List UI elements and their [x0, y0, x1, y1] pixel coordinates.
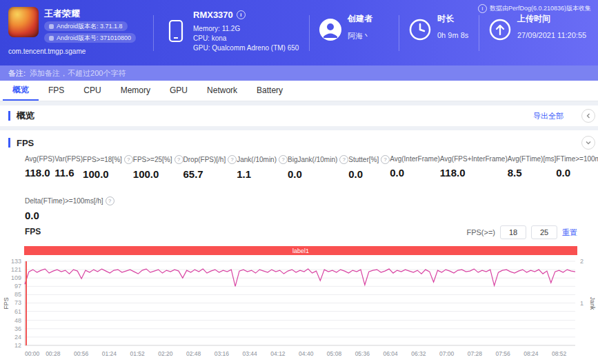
metric-value: 0.0 [25, 210, 114, 221]
collect-info: i 数据由PerfDog(6.0.210836)版本收集 [478, 4, 591, 13]
metric-value: 11.6 [54, 167, 83, 179]
upload-time-icon [488, 18, 512, 41]
svg-text:121: 121 [11, 266, 21, 273]
chart-title: FPS [25, 227, 41, 236]
svg-text:03:16: 03:16 [215, 350, 230, 357]
svg-text:12: 12 [14, 342, 21, 349]
metric-info-icon[interactable]: ? [339, 155, 348, 164]
metric: Jank(/10min)?1.1 [237, 155, 288, 180]
svg-text:05:36: 05:36 [355, 350, 370, 357]
svg-text:06:32: 06:32 [411, 350, 426, 357]
tab-Battery[interactable]: Battery [247, 81, 292, 101]
tab-CPU[interactable]: CPU [74, 81, 110, 101]
metric-label: Var(FPS) [54, 155, 83, 163]
svg-text:06:04: 06:04 [383, 350, 398, 357]
collapse-fps-button[interactable] [581, 136, 595, 150]
svg-text:01:24: 01:24 [102, 350, 117, 357]
metric-info-icon[interactable]: ? [279, 155, 288, 164]
app-package: com.tencent.tmgp.sgame [8, 48, 86, 55]
divider [309, 15, 310, 51]
metric-info-icon[interactable]: ? [175, 155, 183, 164]
perfdog-report-page: 王者荣耀 Android版本名: 3.71.1.8 Android版本号: 37… [0, 0, 598, 364]
chevron-down-icon [586, 140, 591, 145]
metric-info-icon[interactable]: ? [106, 196, 114, 205]
device-cpu: CPU: kona [193, 34, 226, 42]
fps-chart-svg[interactable]: 13312110997857361483624122100:0000:2800:… [0, 257, 598, 362]
svg-text:00:28: 00:28 [46, 350, 61, 357]
chevron-left-icon [586, 113, 591, 119]
metric-label: FPS>=25[%]? [133, 155, 183, 164]
metric: Avg(FPS)118.0 [25, 155, 54, 180]
export-all-link[interactable]: 导出全部 [533, 111, 564, 121]
metric-value: 0.0 [288, 168, 348, 180]
metric-label: Delta(FTime)>=100ms[/h]? [25, 196, 114, 205]
svg-text:02:20: 02:20 [158, 350, 173, 357]
svg-text:36: 36 [14, 325, 21, 332]
svg-text:07:28: 07:28 [468, 350, 483, 357]
metric-label: Avg(FPS) [25, 155, 54, 163]
svg-text:03:44: 03:44 [243, 350, 258, 357]
metric: Avg(InterFrame)0.0 [390, 155, 440, 180]
chart-banner: label1 [24, 246, 577, 255]
fps-threshold-input-1[interactable] [500, 225, 526, 239]
app-version-name: Android版本名: 3.71.1.8 [44, 21, 128, 31]
tab-Network[interactable]: Network [197, 81, 247, 101]
tag-icon [49, 24, 54, 29]
metric-label: Drop(FPS)[/h]? [183, 155, 237, 164]
add-note-link[interactable]: 添加备注，不超过200个字符 [30, 68, 126, 79]
svg-text:07:00: 07:00 [439, 350, 455, 357]
metric: Var(FPS)11.6 [54, 155, 83, 180]
info-icon: i [478, 4, 487, 13]
collapse-all-button[interactable] [581, 109, 595, 123]
tab-GPU[interactable]: GPU [160, 81, 197, 101]
fps-threshold-controls: FPS(>=) 重置 [466, 225, 577, 239]
metric: Avg(FTime)[ms]8.5 [508, 155, 557, 180]
svg-text:48: 48 [14, 317, 21, 324]
metric-info-icon[interactable]: ? [381, 155, 390, 164]
tab-FPS[interactable]: FPS [39, 81, 74, 101]
metric-value: 100.0 [133, 168, 183, 180]
tab-bar: 概览FPSCPUMemoryGPUNetworkBattery [0, 81, 598, 101]
metric-label: Avg(FTime)[ms] [508, 155, 557, 163]
reset-link[interactable]: 重置 [562, 228, 577, 238]
svg-text:2: 2 [580, 258, 584, 265]
metric: FTime>=100ms[%]0.0 [556, 155, 598, 180]
tag-icon [49, 36, 54, 41]
metric: FPS>=18[%]?100.0 [83, 155, 133, 180]
section-accent-bar [8, 111, 10, 121]
metric-value: 0.0 [390, 167, 440, 179]
svg-text:73: 73 [14, 299, 21, 306]
metric-value: 0.0 [556, 167, 598, 179]
svg-text:07:56: 07:56 [496, 350, 511, 357]
svg-text:05:08: 05:08 [327, 350, 342, 357]
metric-value: 8.5 [508, 167, 557, 179]
game-icon [8, 7, 39, 37]
metric-info-icon[interactable]: ? [124, 155, 133, 164]
svg-text:109: 109 [11, 274, 21, 281]
overview-section-header: 概览 导出全部 [0, 105, 598, 126]
metric: BigJank(/10min)?0.0 [288, 155, 348, 180]
metric-label: BigJank(/10min)? [288, 155, 348, 164]
metric: FPS>=25[%]?100.0 [133, 155, 183, 180]
metric: Delta(FTime)>=100ms[/h]?0.0 [25, 196, 114, 221]
app-name: 王者荣耀 [44, 8, 80, 20]
fps-threshold-input-2[interactable] [531, 225, 557, 239]
creator-value: 阿海丶 [348, 31, 370, 41]
info-icon[interactable]: i [237, 10, 246, 19]
fps-threshold-label: FPS(>=) [466, 228, 495, 236]
metric-label: Avg(InterFrame) [390, 155, 440, 163]
metric-value: 1.1 [237, 168, 288, 180]
tab-概览[interactable]: 概览 [3, 81, 39, 101]
svg-text:08:52: 08:52 [552, 350, 567, 357]
svg-text:08:24: 08:24 [524, 350, 539, 357]
metric-value: 118.0 [25, 167, 54, 179]
svg-text:00:56: 00:56 [74, 350, 89, 357]
metric-label: FPS>=18[%]? [83, 155, 133, 164]
divider [479, 15, 479, 51]
fps-section-card: FPS Avg(FPS)118.0Var(FPS)11.6FPS>=18[%]?… [0, 130, 598, 364]
device-model: RMX3370i [193, 10, 246, 20]
metric-info-icon[interactable]: ? [228, 155, 237, 164]
tab-Memory[interactable]: Memory [111, 81, 160, 101]
phone-icon [166, 18, 186, 46]
metric: Stutter[%]?0.0 [348, 155, 390, 180]
